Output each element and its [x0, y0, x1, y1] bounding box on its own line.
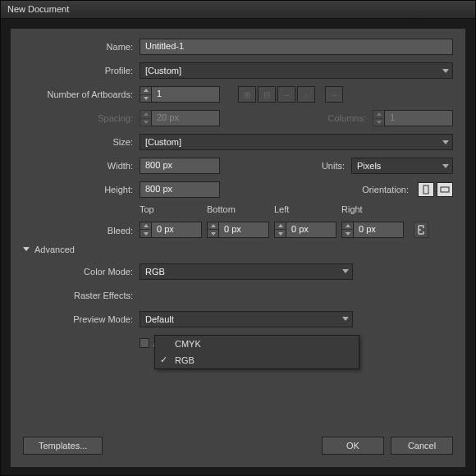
- colormode-select[interactable]: RGB: [140, 263, 353, 280]
- popup-item-cmyk[interactable]: CMYK: [155, 336, 359, 352]
- spacing-stepper: 20 px: [140, 110, 220, 126]
- chevron-down-icon: [442, 164, 449, 168]
- name-input[interactable]: Untitled-1: [140, 39, 453, 55]
- bleed-right-stepper[interactable]: 0 px: [341, 222, 404, 238]
- chevron-down-icon: [342, 317, 349, 321]
- artboards-label: Number of Artboards:: [23, 89, 140, 99]
- columns-label: Columns:: [328, 113, 373, 123]
- size-label: Size:: [23, 137, 140, 147]
- width-label: Width:: [23, 161, 140, 171]
- bleed-left-stepper[interactable]: 0 px: [274, 222, 336, 238]
- spacing-label: Spacing:: [23, 113, 140, 123]
- cancel-button[interactable]: Cancel: [391, 437, 453, 455]
- new-document-dialog: New Document Name: Untitled-1 Profile: […: [0, 0, 476, 476]
- chevron-down-icon: [442, 140, 449, 144]
- check-icon: ✓: [160, 355, 167, 365]
- colormode-label: Color Mode:: [23, 267, 140, 277]
- triangle-down-icon: [23, 247, 30, 251]
- chevron-down-icon: [442, 69, 449, 73]
- name-label: Name:: [23, 42, 140, 52]
- bleed-top-stepper[interactable]: 0 px: [140, 222, 202, 238]
- bleed-left-label: Left: [274, 204, 336, 214]
- advanced-toggle[interactable]: Advanced: [23, 245, 453, 254]
- colormode-popup: CMYK ✓RGB: [154, 335, 359, 369]
- preview-label: Preview Mode:: [23, 314, 140, 324]
- profile-select[interactable]: [Custom]: [140, 62, 453, 79]
- orientation-portrait[interactable]: [418, 182, 434, 197]
- profile-label: Profile:: [23, 66, 140, 76]
- bleed-label: Bleed:: [23, 226, 140, 238]
- grid-row-icon: ⊞: [238, 86, 256, 103]
- height-input[interactable]: 800 px: [140, 181, 220, 198]
- link-icon[interactable]: [414, 222, 428, 238]
- bleed-right-label: Right: [341, 204, 404, 214]
- bleed-bottom-label: Bottom: [207, 204, 269, 214]
- svg-rect-1: [441, 187, 449, 192]
- height-label: Height:: [23, 185, 140, 195]
- width-input[interactable]: 800 px: [140, 158, 220, 174]
- size-select[interactable]: [Custom]: [140, 134, 453, 150]
- dialog-body: Name: Untitled-1 Profile: [Custom] Numbe…: [11, 29, 465, 467]
- arrow-change-icon: →: [325, 86, 343, 103]
- artboards-stepper[interactable]: 1: [140, 86, 220, 103]
- orientation-landscape[interactable]: [437, 182, 453, 197]
- window-title: New Document: [7, 4, 69, 14]
- columns-stepper: 1: [373, 110, 453, 126]
- templates-button[interactable]: Templates...: [23, 437, 103, 455]
- arrow-down-icon: ↓: [297, 86, 315, 103]
- ok-button[interactable]: OK: [322, 437, 384, 455]
- preview-select[interactable]: Default: [140, 311, 353, 327]
- grid-col-icon: ⊟: [258, 86, 276, 103]
- popup-item-rgb[interactable]: ✓RGB: [155, 352, 359, 368]
- raster-label: Raster Effects:: [23, 291, 140, 300]
- bleed-bottom-stepper[interactable]: 0 px: [207, 222, 269, 238]
- arrow-right-icon: →: [277, 86, 295, 103]
- units-select[interactable]: Pixels: [351, 158, 453, 174]
- svg-rect-0: [423, 185, 428, 194]
- units-label: Units:: [322, 161, 351, 171]
- chevron-down-icon: [342, 269, 349, 273]
- bleed-top-label: Top: [140, 204, 202, 214]
- orientation-label: Orientation:: [362, 185, 415, 195]
- align-checkbox[interactable]: [140, 338, 149, 348]
- titlebar[interactable]: New Document: [1, 1, 475, 19]
